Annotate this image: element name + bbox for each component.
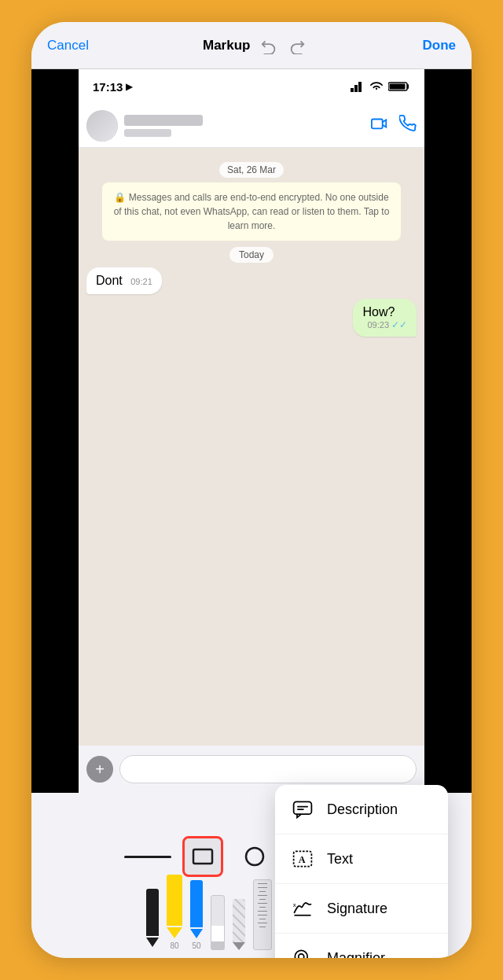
today-badge: Today	[86, 247, 417, 261]
wa-plus-button[interactable]: +	[86, 756, 113, 783]
signal-icon	[351, 81, 365, 92]
svg-rect-14	[193, 849, 212, 864]
popup-item-signature[interactable]: x Signature	[275, 884, 448, 934]
markup-tools-area: Description A Text x	[31, 793, 472, 958]
black-bar-left	[31, 69, 79, 793]
svg-text:A: A	[299, 854, 306, 865]
contact-info	[124, 115, 365, 137]
status-time: 17:13 ▶	[93, 80, 132, 94]
eraser-tool[interactable]	[211, 895, 225, 950]
redo-button[interactable]	[286, 35, 308, 57]
contact-name-blurred	[124, 115, 203, 126]
cancel-button[interactable]: Cancel	[47, 38, 89, 53]
wa-header-icons	[371, 115, 417, 137]
contact-status-blurred	[124, 129, 171, 137]
popup-description-label: Description	[327, 801, 398, 818]
svg-point-12	[299, 954, 304, 958]
device-frame: Cancel Markup Done	[31, 22, 472, 958]
date-badge: Sat, 26 Mar	[86, 162, 417, 176]
wifi-icon	[369, 81, 384, 92]
black-bar-right	[424, 69, 472, 793]
message-outgoing: How? 09:23 ✓✓	[86, 299, 417, 337]
shape-circle-button[interactable]	[234, 836, 275, 877]
popup-item-magnifier[interactable]: Magnifier	[275, 934, 448, 958]
bubble-outgoing: How? 09:23 ✓✓	[353, 299, 417, 337]
message-time-incoming: 09:21	[130, 277, 152, 286]
signature-icon: x	[289, 895, 316, 922]
avatar	[86, 110, 118, 142]
text-box-icon: A	[289, 846, 316, 872]
chat-area: Sat, 26 Mar 🔒 Messages and calls are end…	[79, 148, 424, 746]
popup-item-text[interactable]: A Text	[275, 834, 448, 884]
marker-yellow-tool[interactable]: 80	[167, 875, 182, 950]
video-call-icon[interactable]	[371, 115, 388, 137]
pen-line-preview	[124, 856, 171, 858]
message-text-incoming: Dont	[96, 274, 123, 287]
svg-rect-1	[354, 85, 358, 92]
whatsapp-screen: 17:13 ▶	[79, 69, 424, 793]
double-check-icon: ✓✓	[391, 319, 407, 330]
svg-rect-2	[358, 82, 362, 92]
marker-yellow-label: 80	[170, 941, 178, 950]
svg-rect-5	[372, 119, 383, 128]
pen-blue-tool[interactable]: 50	[190, 880, 203, 950]
message-incoming: Dont 09:21	[86, 267, 417, 294]
ruler-tool[interactable]	[253, 879, 272, 950]
popup-text-label: Text	[327, 851, 353, 868]
svg-rect-4	[390, 84, 406, 90]
message-time-outgoing: 09:23	[367, 320, 389, 330]
svg-text:x: x	[293, 901, 296, 908]
battery-icon	[388, 81, 410, 92]
pen-blue-label: 50	[192, 941, 200, 950]
voice-call-icon[interactable]	[399, 115, 417, 137]
status-bar: 17:13 ▶	[79, 69, 424, 104]
wa-text-input[interactable]	[119, 755, 417, 783]
location-arrow-icon: ▶	[126, 82, 132, 92]
message-text-outgoing: How?	[362, 305, 395, 319]
magnifier-icon	[289, 945, 316, 958]
svg-rect-0	[351, 88, 354, 92]
markup-title-text: Markup	[203, 38, 250, 53]
pencil-tool[interactable]	[233, 899, 245, 950]
popup-signature-label: Signature	[327, 901, 387, 917]
screenshot-area: 17:13 ▶	[31, 69, 472, 793]
wa-header	[79, 104, 424, 148]
status-icons	[351, 81, 410, 92]
svg-point-15	[246, 848, 263, 865]
popup-menu: Description A Text x	[275, 785, 448, 958]
shape-rectangle-button[interactable]	[182, 836, 223, 877]
undo-redo-group	[258, 35, 308, 57]
bubble-incoming: Dont 09:21	[86, 267, 162, 294]
svg-rect-6	[294, 801, 312, 814]
popup-item-description[interactable]: Description	[275, 785, 448, 834]
message-meta-outgoing: 09:23 ✓✓	[362, 319, 407, 330]
popup-magnifier-label: Magnifier	[327, 950, 385, 959]
markup-toolbar: Cancel Markup Done	[31, 22, 472, 69]
encryption-notice: 🔒 Messages and calls are end-to-end encr…	[102, 182, 401, 241]
done-button[interactable]: Done	[422, 38, 456, 53]
pen-black-tool[interactable]	[146, 889, 159, 950]
speech-bubble-icon	[289, 796, 316, 823]
markup-title-group: Markup	[203, 35, 308, 57]
undo-button[interactable]	[258, 35, 280, 57]
